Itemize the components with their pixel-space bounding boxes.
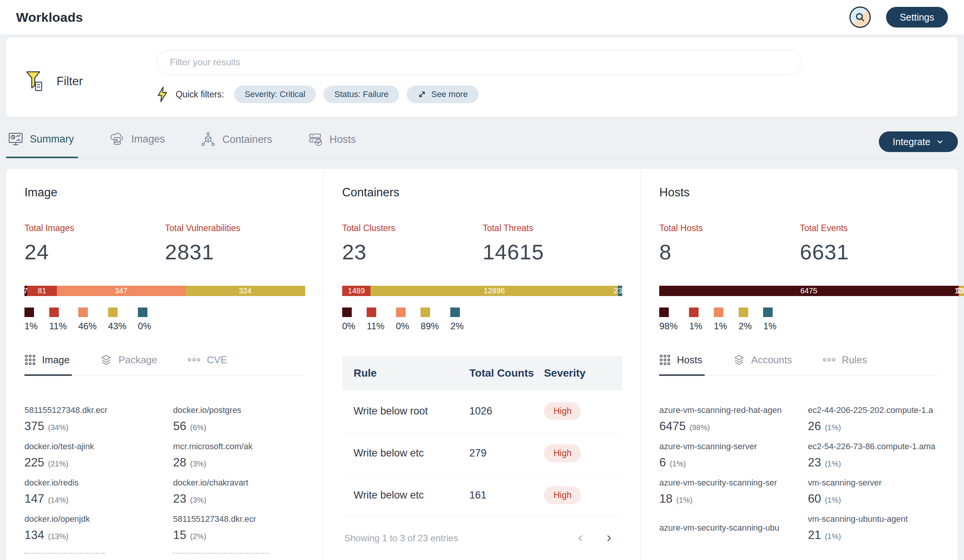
hosts-panel-title: Hosts	[659, 186, 940, 199]
legend-chip-info	[450, 308, 460, 317]
summary-content: Image Total Images 24 Total Vulnerabilit…	[6, 169, 958, 560]
pagination-status: Showing 1 to 3 of 23 entries	[345, 533, 458, 544]
list-item[interactable]: ec2-54-226-73-86.compute-1.ama 23(1%)	[808, 441, 940, 469]
list-item[interactable]: mcr.microsoft.com/ak 28(3%)	[173, 441, 305, 469]
image-panel: Image Total Images 24 Total Vulnerabilit…	[6, 169, 324, 560]
settings-button[interactable]: Settings	[886, 7, 948, 28]
stat-total-vulnerabilities: Total Vulnerabilities 2831	[165, 223, 305, 264]
list-item[interactable]: 581155127348.dkr.ecr 15(2%)	[173, 513, 305, 542]
hosts-severity-legend: 98% 1% 1% 2% 1%	[659, 308, 940, 332]
quick-filters-label: Quick filters:	[176, 90, 224, 100]
list-item[interactable]: vm-scanning-server 60(1%)	[808, 477, 940, 506]
filter-label: Filter	[57, 75, 83, 88]
stat-total-threats: Total Threats 14615	[483, 223, 622, 264]
stat-total-events: Total Events 6631	[800, 223, 940, 264]
severity-badge: High	[544, 486, 581, 504]
containers-panel-title: Containers	[342, 186, 622, 199]
image-severity-bar: 781347324	[24, 286, 305, 296]
lightning-icon	[156, 86, 168, 103]
table-row[interactable]: Write below etc 161 High	[342, 474, 622, 516]
quick-filter-severity-critical[interactable]: Severity: Critical	[234, 86, 316, 103]
list-item[interactable]: azure-vm-security-scanning-ser 18(1%)	[659, 477, 791, 506]
hosts-severity-bar: 64751271316	[659, 286, 964, 296]
list-item[interactable]: docker.io/redis 147(14%)	[24, 477, 156, 506]
legend-chip-info	[138, 308, 147, 317]
image-severity-legend: 1% 11% 46% 43% 0%	[24, 308, 305, 332]
tab-hosts[interactable]: Hosts	[306, 131, 360, 159]
list-item[interactable]: docker.io/chakravart 23(3%)	[173, 477, 305, 506]
list-item[interactable]: vm-scanning-ubuntu-agent 21(1%)	[808, 513, 940, 542]
filter-funnel-icon	[23, 70, 45, 93]
list-item[interactable]: docker.io/openjdk 134(13%)	[24, 513, 156, 542]
legend-chip-low	[420, 308, 430, 317]
stat-total-clusters: Total Clusters 23	[342, 223, 483, 264]
top-bar: Workloads Settings	[0, 0, 964, 34]
subtab-accounts[interactable]: Accounts	[733, 354, 795, 376]
list-item[interactable]: ec2-44-206-225-202.compute-1.a 26(1%)	[808, 405, 940, 433]
list-item[interactable]: azure-vm-scanning-server 6(1%)	[659, 441, 791, 469]
tab-images[interactable]: Images	[108, 131, 169, 158]
legend-chip-low	[739, 308, 748, 317]
containers-severity-bar: 148912896230	[342, 286, 622, 296]
hosts-entries: azure-vm-scanning-red-hat-agen 6475(98%)…	[659, 405, 940, 542]
rules-table: Rule Total Counts Severity Write below r…	[342, 356, 622, 544]
legend-chip-high	[689, 308, 699, 317]
legend-chip-medium	[714, 308, 723, 317]
next-page-button[interactable]	[604, 532, 614, 544]
severity-badge: High	[544, 402, 581, 420]
clipped-row	[24, 550, 156, 555]
main-tabs: Summary Images Containers	[6, 131, 958, 159]
image-subtabs: Image Package CVE	[24, 354, 305, 376]
grid-dots-icon	[659, 354, 671, 366]
table-header: Rule Total Counts Severity	[342, 356, 622, 391]
legend-chip-critical	[659, 308, 669, 317]
legend-chip-critical	[24, 308, 34, 317]
table-row[interactable]: Write below root 1026 High	[342, 391, 622, 432]
list-item[interactable]: docker.io/test-ajink 225(21%)	[24, 441, 156, 469]
hosts-panel: Hosts Total Hosts 8 Total Events 6631 64…	[640, 169, 958, 560]
page-title: Workloads	[16, 10, 83, 25]
legend-chip-high	[366, 308, 376, 317]
cube-network-icon	[201, 132, 215, 147]
containers-severity-legend: 0% 11% 0% 89% 2%	[342, 308, 622, 332]
legend-chip-info	[763, 308, 773, 317]
quick-filter-status-failure[interactable]: Status: Failure	[324, 86, 399, 103]
legend-chip-medium	[78, 308, 88, 317]
previous-page-button[interactable]	[576, 532, 586, 544]
hosts-subtabs: Hosts Accounts Rules	[659, 354, 940, 376]
grid-dots-icon	[24, 354, 36, 366]
server-check-icon	[308, 132, 323, 147]
list-item[interactable]: 581155127348.dkr.ecr 375(34%)	[24, 405, 156, 433]
subtab-package[interactable]: Package	[100, 354, 159, 376]
legend-chip-high	[49, 308, 59, 317]
three-dots-icon	[187, 356, 200, 364]
chevron-down-icon	[936, 138, 944, 146]
subtab-cve[interactable]: CVE	[187, 354, 229, 376]
image-panel-title: Image	[24, 186, 305, 199]
tab-summary[interactable]: Summary	[6, 131, 78, 158]
containers-panel: Containers Total Clusters 23 Total Threa…	[324, 169, 641, 560]
legend-chip-critical	[342, 308, 352, 317]
cloud-image-icon	[110, 132, 124, 146]
legend-chip-medium	[396, 308, 405, 317]
expand-arrows-icon	[417, 90, 427, 99]
search-avatar-button[interactable]	[849, 7, 871, 28]
three-dots-icon	[823, 356, 836, 364]
clipped-row	[173, 550, 305, 555]
subtab-hosts[interactable]: Hosts	[659, 354, 704, 376]
filter-input[interactable]	[156, 50, 802, 75]
layers-icon	[100, 354, 112, 366]
summary-monitor-icon	[8, 132, 23, 146]
see-more-button[interactable]: See more	[407, 86, 478, 103]
table-row[interactable]: Write below etc 279 High	[342, 432, 622, 474]
subtab-rules[interactable]: Rules	[823, 354, 869, 376]
legend-chip-low	[108, 308, 118, 317]
integrate-button[interactable]: Integrate	[879, 132, 958, 152]
subtab-image[interactable]: Image	[24, 354, 72, 376]
list-item[interactable]: azure-vm-security-scanning-ubu	[659, 522, 791, 534]
list-item[interactable]: azure-vm-scanning-red-hat-agen 6475(98%)	[659, 405, 791, 433]
filter-card: Filter Quick filters: Severity: Critical…	[6, 37, 958, 117]
tab-containers[interactable]: Containers	[199, 131, 276, 159]
list-item[interactable]: docker.io/postgres 56(6%)	[173, 405, 305, 433]
stat-total-hosts: Total Hosts 8	[659, 223, 800, 264]
